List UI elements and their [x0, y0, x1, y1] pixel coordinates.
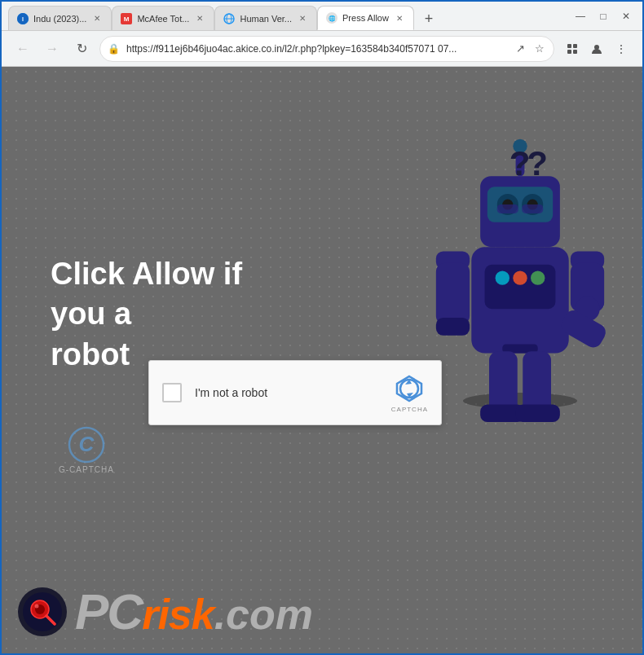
back-button[interactable]: ←: [11, 37, 34, 60]
pcrisk-text-group: PC risk .com: [75, 587, 313, 637]
svg-point-18: [531, 270, 545, 284]
gcaptcha-logo: C G-CAPTCHA: [59, 424, 114, 474]
tab-close-mcafee[interactable]: ✕: [194, 13, 205, 24]
maximize-button[interactable]: □: [593, 7, 613, 26]
close-button[interactable]: ✕: [616, 7, 636, 26]
browser-window: I Indu (2023)... ✕ M McAfee Tot... ✕ Hum…: [0, 0, 644, 655]
captcha-branding-text: CAPTCHA: [391, 406, 428, 413]
share-icon[interactable]: ↗: [512, 41, 528, 57]
minimize-button[interactable]: —: [571, 7, 590, 26]
tab-favicon-mcafee: M: [121, 13, 132, 24]
svg-text:C: C: [79, 432, 95, 456]
extensions-button[interactable]: [561, 37, 584, 60]
menu-button[interactable]: ⋮: [610, 37, 633, 60]
tab-label-mcafee: McAfee Tot...: [137, 14, 189, 24]
tab-human[interactable]: Human Ver... ✕: [214, 6, 317, 30]
tab-favicon-globe: [223, 13, 235, 24]
svg-rect-27: [522, 204, 543, 213]
browser-actions: ⋮: [561, 37, 633, 60]
tab-close-human[interactable]: ✕: [297, 13, 308, 24]
tab-indu[interactable]: I Indu (2023)... ✕: [8, 6, 112, 30]
question-marks: ??: [509, 144, 545, 183]
gcaptcha-label: G-CAPTCHA: [59, 465, 114, 474]
tab-mcafee[interactable]: M McAfee Tot... ✕: [112, 6, 214, 30]
refresh-button[interactable]: ↻: [70, 37, 93, 60]
tab-press-allow[interactable]: 🌐 Press Allow ✕: [317, 6, 414, 30]
svg-rect-9: [567, 44, 571, 48]
svg-rect-38: [523, 351, 551, 413]
svg-point-16: [496, 270, 509, 284]
svg-rect-11: [567, 50, 571, 54]
new-tab-button[interactable]: +: [417, 7, 440, 30]
recaptcha-icon: [394, 373, 425, 404]
page-content: ??: [2, 67, 642, 653]
title-bar: I Indu (2023)... ✕ M McAfee Tot... ✕ Hum…: [2, 2, 642, 31]
captcha-logo-area: CAPTCHA: [391, 373, 428, 413]
svg-point-47: [35, 604, 39, 609]
tab-favicon-press: 🌐: [326, 12, 337, 24]
svg-text:M: M: [124, 15, 130, 23]
svg-rect-32: [436, 318, 470, 336]
svg-rect-40: [516, 404, 560, 422]
main-text-line1: Click Allow if: [51, 254, 242, 294]
address-bar: ← → ↻ 🔒 https://f911ej6b46juo4ac.akice.c…: [2, 31, 642, 67]
svg-rect-10: [573, 44, 577, 48]
address-input-wrapper: 🔒 https://f911ej6b46juo4ac.akice.co.in/l…: [99, 36, 554, 62]
address-url[interactable]: https://f911ej6b46juo4ac.akice.co.in/l2/…: [99, 36, 554, 62]
svg-rect-26: [497, 204, 518, 213]
pcrisk-logo-icon: [18, 587, 67, 636]
svg-rect-31: [436, 263, 470, 325]
tab-favicon-indu: I: [17, 13, 29, 24]
pcrisk-com-text: .com: [214, 593, 313, 635]
tab-label-indu: Indu (2023)...: [33, 14, 86, 24]
captcha-checkbox[interactable]: [162, 383, 182, 402]
main-heading: Click Allow if you a robot: [51, 254, 242, 375]
main-text-line2: you a: [51, 294, 242, 334]
svg-point-17: [513, 270, 527, 284]
pcrisk-pc-text: PC: [75, 587, 142, 637]
gcaptcha-icon-container: C: [66, 424, 107, 465]
tab-close-indu[interactable]: ✕: [91, 13, 103, 24]
pcrisk-branding: PC risk .com: [18, 587, 313, 637]
captcha-widget: I'm not a robot CAPTCHA: [148, 360, 442, 425]
captcha-label: I'm not a robot: [182, 386, 391, 399]
svg-rect-37: [489, 351, 518, 413]
svg-rect-12: [573, 50, 577, 54]
profile-button[interactable]: [585, 37, 608, 60]
lock-icon: 🔒: [108, 43, 120, 55]
svg-text:🌐: 🌐: [329, 15, 336, 22]
tabs-area: I Indu (2023)... ✕ M McAfee Tot... ✕ Hum…: [8, 2, 564, 30]
tab-label-press: Press Allow: [342, 13, 389, 23]
svg-text:I: I: [22, 16, 24, 22]
address-actions: ↗ ☆: [512, 41, 548, 57]
forward-button[interactable]: →: [41, 37, 64, 60]
window-controls: — □ ✕: [571, 7, 636, 26]
pcrisk-risk-text: risk: [142, 593, 214, 635]
tab-close-press[interactable]: ✕: [394, 12, 405, 24]
bookmark-icon[interactable]: ☆: [532, 41, 548, 57]
tab-label-human: Human Ver...: [240, 14, 292, 24]
